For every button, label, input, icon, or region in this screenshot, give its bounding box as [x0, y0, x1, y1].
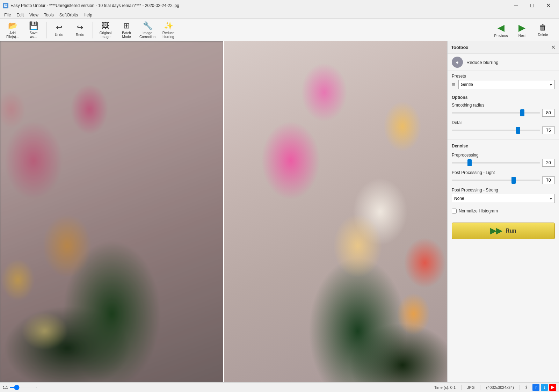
- denoise-title: Denoise: [448, 141, 559, 150]
- original-image-label: OriginalImage: [100, 31, 111, 39]
- toolbar: 📂 AddFile(s)... 💾 Saveas... ↩ Undo ↪ Red…: [0, 19, 559, 41]
- statusbar: 1:1 Time (s): 0.1 JPG (4032x3024x24) ℹ f…: [0, 382, 559, 392]
- post-processing-light-track[interactable]: [452, 180, 540, 181]
- status-sep-2: [480, 385, 480, 390]
- dimensions-label: (4032x3024x24): [486, 385, 514, 390]
- undo-label: Undo: [55, 33, 63, 37]
- zoom-ratio: 1:1: [3, 385, 8, 390]
- preprocessing-fill: [452, 162, 470, 164]
- next-icon: ▶: [518, 22, 525, 33]
- post-processing-light-fill: [452, 180, 514, 181]
- presets-dropdown[interactable]: Gentle Normal Strong Custom: [458, 80, 555, 89]
- normalize-histogram-row: Normalize Histogram: [448, 206, 559, 216]
- redo-button[interactable]: ↪ Redo: [70, 20, 90, 40]
- presets-dropdown-wrapper: Gentle Normal Strong Custom: [458, 80, 555, 89]
- delete-icon: 🗑: [539, 23, 547, 32]
- minimize-button[interactable]: ─: [508, 0, 524, 11]
- toolbox-header: Toolbox ✕: [448, 41, 559, 54]
- batch-mode-label: BatchMode: [122, 31, 131, 39]
- next-label: Next: [518, 34, 526, 38]
- undo-button[interactable]: ↩ Undo: [49, 20, 69, 40]
- zoom-slider[interactable]: [9, 387, 37, 388]
- presets-icon: ≡: [452, 81, 456, 88]
- smoothing-radius-slider-container: [452, 109, 555, 117]
- post-processing-light-value[interactable]: [542, 176, 555, 184]
- reduce-blurring-toolbar-button[interactable]: ✨ Reduceblurring: [159, 20, 178, 40]
- toolbox-close-button[interactable]: ✕: [551, 44, 556, 51]
- undo-icon: ↩: [56, 23, 62, 32]
- run-icon: ▶▶: [490, 226, 502, 235]
- original-image-icon: 🖼: [102, 21, 109, 30]
- normalize-histogram-checkbox[interactable]: [452, 209, 457, 213]
- reduce-blurring-panel-icon: ●: [452, 57, 463, 68]
- menu-tools[interactable]: Tools: [41, 12, 57, 18]
- detail-value[interactable]: [542, 126, 555, 134]
- batch-mode-icon: ⊞: [123, 21, 130, 30]
- post-processing-light-thumb[interactable]: [511, 177, 516, 184]
- status-info: Time (s): 0.1 JPG (4032x3024x24) ℹ f t ▶: [434, 384, 556, 391]
- smoothing-radius-value[interactable]: [542, 109, 555, 117]
- preprocessing-track[interactable]: [452, 162, 540, 164]
- post-processing-strong-section: Post Processing - Strong None Low Medium…: [452, 188, 555, 203]
- normalize-histogram-label[interactable]: Normalize Histogram: [459, 209, 498, 213]
- close-button[interactable]: ✕: [540, 0, 556, 11]
- image-left-panel: [0, 41, 224, 382]
- status-sep-3: [520, 385, 520, 390]
- detail-label: Detail: [452, 120, 555, 125]
- detail-slider-container: [452, 126, 555, 134]
- info-icon: ℹ: [525, 385, 527, 390]
- split-image: [0, 41, 447, 382]
- detail-fill: [452, 130, 518, 131]
- run-button[interactable]: ▶▶ Run: [452, 223, 555, 239]
- menu-edit[interactable]: Edit: [14, 12, 27, 18]
- youtube-icon[interactable]: ▶: [549, 384, 556, 391]
- titlebar-title: Easy Photo Unblur - ****Unregistered ver…: [10, 3, 508, 8]
- add-file-button[interactable]: 📂 AddFile(s)...: [3, 20, 22, 40]
- post-processing-light-label: Post Processing - Light: [452, 170, 555, 175]
- previous-label: Previous: [494, 34, 508, 38]
- options-title: Options: [452, 95, 555, 100]
- detail-thumb[interactable]: [516, 127, 520, 134]
- save-as-label: Saveas...: [30, 31, 38, 39]
- menubar: File Edit View Tools SoftOrbits Help: [0, 11, 559, 19]
- smoothing-radius-track[interactable]: [452, 112, 540, 114]
- toolbar-sep-2: [93, 22, 93, 38]
- reduce-blurring-panel-label: Reduce blurring: [466, 60, 499, 65]
- detail-row: Detail: [452, 120, 555, 134]
- zoom-area: 1:1: [3, 385, 37, 390]
- smoothing-radius-label: Smoothing radius: [452, 103, 555, 108]
- menu-view[interactable]: View: [27, 12, 41, 18]
- image-correction-label: ImageCorrection: [139, 31, 155, 39]
- previous-button[interactable]: ◀ Previous: [491, 20, 511, 40]
- image-correction-button[interactable]: 🔧 ImageCorrection: [138, 20, 157, 40]
- detail-track[interactable]: [452, 130, 540, 131]
- titlebar-controls: ─ □ ✕: [508, 0, 556, 11]
- batch-mode-button[interactable]: ⊞ BatchMode: [117, 20, 136, 40]
- original-image-button[interactable]: 🖼 OriginalImage: [96, 20, 115, 40]
- save-as-button[interactable]: 💾 Saveas...: [24, 20, 43, 40]
- delete-button[interactable]: 🗑 Delete: [532, 20, 553, 40]
- menu-file[interactable]: File: [1, 12, 14, 18]
- twitter-icon[interactable]: t: [541, 384, 548, 391]
- menu-help[interactable]: Help: [81, 12, 95, 18]
- next-button[interactable]: ▶ Next: [511, 20, 532, 40]
- titlebar: 🖼 Easy Photo Unblur - ****Unregistered v…: [0, 0, 559, 11]
- maximize-button[interactable]: □: [524, 0, 540, 11]
- preprocessing-thumb[interactable]: [467, 159, 472, 166]
- menu-softorbits[interactable]: SoftOrbits: [57, 12, 81, 18]
- preprocessing-value[interactable]: [542, 159, 555, 167]
- flower-image-left: [0, 41, 224, 382]
- section-divider-1: [448, 139, 559, 139]
- toolbar-sep-1: [46, 22, 46, 38]
- preprocessing-row: Preprocessing: [452, 153, 555, 167]
- redo-icon: ↪: [77, 23, 83, 32]
- post-processing-strong-label: Post Processing - Strong: [452, 188, 555, 193]
- smoothing-radius-thumb[interactable]: [520, 109, 524, 116]
- post-processing-strong-dropdown[interactable]: None Low Medium High: [452, 194, 555, 203]
- facebook-icon[interactable]: f: [532, 384, 539, 391]
- add-file-label: AddFile(s)...: [6, 31, 19, 39]
- time-label: Time (s): 0.1: [434, 385, 456, 390]
- post-processing-strong-dropdown-wrapper: None Low Medium High: [452, 194, 555, 203]
- split-divider[interactable]: [223, 41, 224, 382]
- presets-label: Presets: [452, 74, 555, 79]
